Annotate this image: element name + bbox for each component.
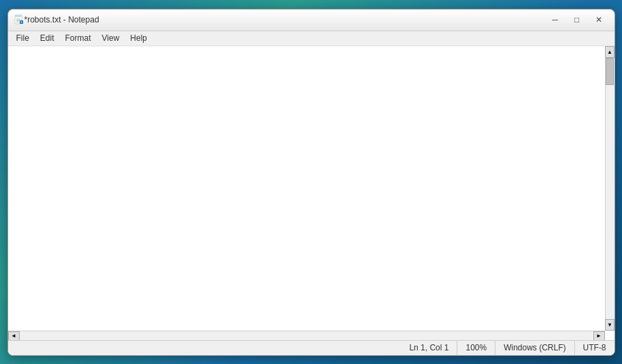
menu-bar: File Edit Format View Help [8,31,615,46]
scroll-up-button[interactable]: ▲ [605,46,615,58]
status-position: Ln 1, Col 1 [401,341,457,355]
scroll-track-vertical[interactable] [606,58,615,319]
maximize-button[interactable]: □ [567,13,587,27]
status-spacer-left [8,341,402,355]
status-line-ending[interactable]: Windows (CRLF) [495,341,574,355]
scroll-left-button[interactable]: ◄ [8,331,20,340]
menu-help[interactable]: Help [125,32,152,44]
menu-file[interactable]: File [11,32,35,44]
horizontal-scrollbar: ◄ ► [8,331,605,340]
status-zoom[interactable]: 100% [457,341,495,355]
scroll-down-button[interactable]: ▼ [605,319,615,331]
text-editor[interactable] [8,46,615,340]
editor-area: ▲ ▼ ◄ ► [8,46,615,340]
scroll-thumb-vertical[interactable] [606,58,614,85]
status-encoding[interactable]: UTF-8 [575,341,615,355]
window-title: *robots.txt - Notepad [24,15,545,24]
menu-format[interactable]: Format [60,32,97,44]
title-bar: *robots.txt - Notepad ─ □ ✕ [8,10,615,31]
vertical-scrollbar: ▲ ▼ [605,46,615,331]
app-icon [14,14,24,25]
menu-edit[interactable]: Edit [35,32,60,44]
minimize-button[interactable]: ─ [545,13,566,27]
status-bar: Ln 1, Col 1 100% Windows (CRLF) UTF-8 [8,340,615,355]
window-controls: ─ □ ✕ [545,13,609,27]
scroll-track-horizontal[interactable] [20,331,593,340]
menu-view[interactable]: View [97,32,125,44]
svg-rect-1 [15,15,22,17]
scroll-right-button[interactable]: ► [593,331,605,340]
close-button[interactable]: ✕ [589,13,609,27]
notepad-window: *robots.txt - Notepad ─ □ ✕ File Edit Fo… [7,9,615,356]
